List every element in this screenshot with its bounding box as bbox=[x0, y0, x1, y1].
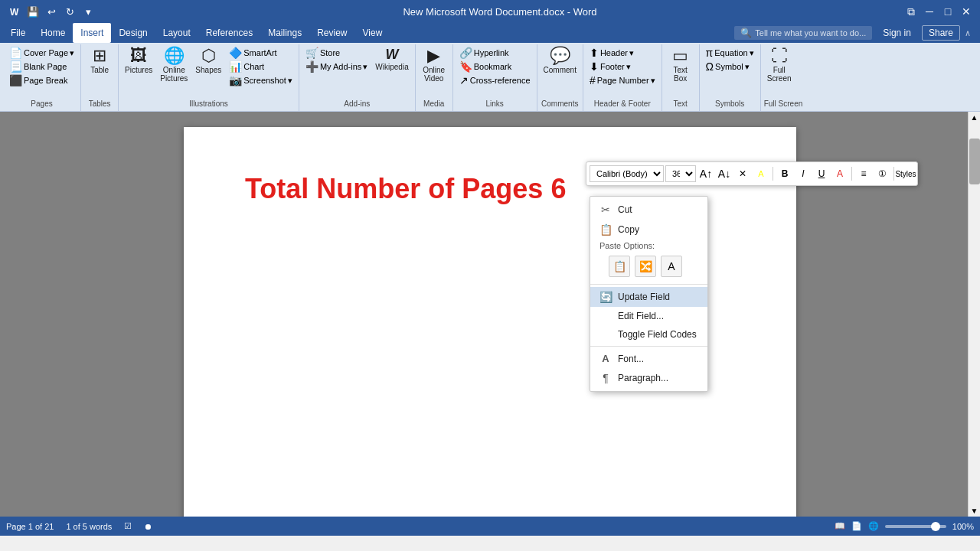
pictures-button[interactable]: 🖼 Pictures bbox=[122, 46, 155, 76]
zoom-thumb[interactable] bbox=[931, 522, 940, 531]
separator bbox=[773, 167, 773, 181]
font-color-button[interactable]: A bbox=[831, 165, 848, 182]
zoom-slider[interactable] bbox=[885, 525, 946, 528]
ribbon-group-pages: 📄 Cover Page ▾ 📃 Blank Page ⬛ Page Break… bbox=[3, 44, 81, 111]
wikipedia-label: Wikipedia bbox=[375, 63, 408, 71]
ctx-cut[interactable]: ✂ Cut bbox=[590, 200, 707, 220]
addins-group-content: 🛒 Store ➕ My Add-ins ▾ W Wikipedia bbox=[302, 46, 412, 98]
bold-button[interactable]: B bbox=[776, 165, 793, 182]
equation-button[interactable]: π Equation ▾ bbox=[703, 46, 757, 60]
my-addins-label: My Add-ins bbox=[320, 62, 361, 71]
ctx-paragraph[interactable]: ¶ Paragraph... bbox=[590, 368, 707, 388]
proofing-icon[interactable]: ☑ bbox=[124, 521, 132, 531]
my-addins-button[interactable]: ➕ My Add-ins ▾ bbox=[302, 60, 371, 73]
cross-reference-button[interactable]: ↗ Cross-reference bbox=[456, 73, 534, 87]
menu-design[interactable]: Design bbox=[111, 23, 155, 43]
styles-button[interactable]: Styles bbox=[897, 165, 914, 182]
smartart-button[interactable]: 🔷 SmartArt bbox=[226, 46, 296, 60]
wikipedia-button[interactable]: W Wikipedia bbox=[372, 46, 411, 73]
page-break-button[interactable]: ⬛ Page Break bbox=[6, 73, 77, 87]
bullets-button[interactable]: ≡ bbox=[855, 165, 872, 182]
menu-file[interactable]: File bbox=[3, 23, 33, 43]
menu-review[interactable]: Review bbox=[309, 23, 354, 43]
chart-button[interactable]: 📊 Chart bbox=[226, 60, 296, 73]
tables-group-label: Tables bbox=[84, 99, 115, 109]
addins-group-label: Add-ins bbox=[302, 99, 412, 109]
close-button[interactable]: ✕ bbox=[959, 4, 974, 19]
read-mode-button[interactable]: 📖 bbox=[835, 521, 845, 531]
menu-mailings[interactable]: Mailings bbox=[260, 23, 309, 43]
vertical-scrollbar[interactable]: ▲ ▼ bbox=[968, 112, 980, 517]
save-button[interactable]: 💾 bbox=[24, 3, 41, 20]
italic-button[interactable]: I bbox=[795, 165, 812, 182]
share-button[interactable]: Share bbox=[922, 25, 960, 41]
font-size-select[interactable]: 36 bbox=[665, 165, 696, 182]
scroll-up-button[interactable]: ▲ bbox=[969, 112, 980, 123]
quick-access-toolbar: W 💾 ↩ ↻ ▾ bbox=[6, 3, 96, 20]
cover-page-icon: 📄 bbox=[9, 47, 22, 59]
redo-button[interactable]: ↻ bbox=[61, 3, 78, 20]
print-layout-button[interactable]: 📄 bbox=[851, 521, 862, 531]
symbol-button[interactable]: Ω Symbol ▾ bbox=[703, 60, 757, 73]
scroll-down-button[interactable]: ▼ bbox=[969, 505, 980, 517]
underline-button[interactable]: U bbox=[813, 165, 830, 182]
paste-merge-button[interactable]: 🔀 bbox=[635, 256, 656, 277]
screenshot-button[interactable]: 📷 Screenshot ▾ bbox=[226, 73, 296, 87]
bookmark-button[interactable]: 🔖 Bookmark bbox=[456, 60, 534, 73]
web-layout-button[interactable]: 🌐 bbox=[868, 521, 879, 531]
hyperlink-icon: 🔗 bbox=[459, 47, 472, 59]
restore-down-button[interactable]: ⧉ bbox=[903, 4, 919, 19]
hyperlink-button[interactable]: 🔗 Hyperlink bbox=[456, 46, 534, 60]
font-family-select[interactable]: Calibri (Body) bbox=[590, 165, 664, 182]
blank-page-button[interactable]: 📃 Blank Page bbox=[6, 60, 77, 73]
menu-home[interactable]: Home bbox=[33, 23, 73, 43]
numbering-button[interactable]: ① bbox=[874, 165, 890, 182]
macros-icon[interactable]: ⏺ bbox=[144, 522, 152, 531]
decrease-font-button[interactable]: A↓ bbox=[716, 165, 733, 182]
highlight-button[interactable]: A bbox=[753, 165, 769, 182]
page-number-button[interactable]: # Page Number ▾ bbox=[586, 73, 658, 87]
ctx-toggle-field[interactable]: Toggle Field Codes bbox=[590, 325, 707, 344]
shapes-button[interactable]: ⬡ Shapes bbox=[192, 46, 224, 76]
menu-references[interactable]: References bbox=[198, 23, 260, 43]
pictures-label: Pictures bbox=[125, 66, 152, 74]
ctx-separator1 bbox=[590, 284, 707, 285]
header-button[interactable]: ⬆ Header ▾ bbox=[586, 46, 658, 60]
online-video-button[interactable]: ▶ OnlineVideo bbox=[419, 46, 449, 84]
ctx-edit-field[interactable]: Edit Field... bbox=[590, 307, 707, 325]
window-title: New Microsoft Word Document.docx - Word bbox=[96, 6, 903, 18]
maximize-button[interactable]: □ bbox=[940, 4, 956, 19]
ctx-font[interactable]: A Font... bbox=[590, 349, 707, 368]
full-screen-button[interactable]: ⛶ FullScreen bbox=[764, 46, 795, 84]
page-break-label: Page Break bbox=[24, 76, 67, 85]
increase-font-button[interactable]: A↑ bbox=[697, 165, 714, 182]
fullscreen-label: FullScreen bbox=[767, 66, 792, 83]
paste-keep-source-button[interactable]: 📋 bbox=[609, 256, 630, 277]
table-button[interactable]: ⊞ Table bbox=[84, 46, 115, 76]
signin-button[interactable]: Sign in bbox=[877, 26, 917, 40]
svg-text:W: W bbox=[10, 7, 19, 18]
ctx-copy[interactable]: 📋 Copy bbox=[590, 220, 707, 240]
undo-button[interactable]: ↩ bbox=[43, 3, 60, 20]
ctx-paragraph-label: Paragraph... bbox=[618, 373, 668, 383]
comments-group-content: 💬 Comment bbox=[541, 46, 580, 98]
search-bar[interactable]: 🔍 Tell me what you want to do... bbox=[734, 26, 872, 40]
ctx-update-field[interactable]: 🔄 Update Field bbox=[590, 287, 707, 307]
customize-qa-button[interactable]: ▾ bbox=[80, 3, 96, 20]
comment-button[interactable]: 💬 Comment bbox=[541, 46, 580, 76]
footer-button[interactable]: ⬇ Footer ▾ bbox=[586, 60, 658, 73]
menu-insert[interactable]: Insert bbox=[73, 23, 111, 43]
clear-format-button[interactable]: ✕ bbox=[734, 165, 751, 182]
menu-layout[interactable]: Layout bbox=[155, 23, 198, 43]
smartart-chart-screenshot: 🔷 SmartArt 📊 Chart 📷 Screenshot ▾ bbox=[226, 46, 296, 87]
ribbon: 📄 Cover Page ▾ 📃 Blank Page ⬛ Page Break… bbox=[0, 43, 980, 112]
minimize-button[interactable]: ─ bbox=[922, 4, 937, 19]
scroll-thumb[interactable] bbox=[969, 139, 980, 184]
paste-text-only-button[interactable]: A bbox=[661, 256, 682, 277]
menu-view[interactable]: View bbox=[355, 23, 390, 43]
store-button[interactable]: 🛒 Store bbox=[302, 46, 371, 60]
ribbon-collapse-button[interactable]: ∧ bbox=[965, 28, 971, 38]
online-pictures-button[interactable]: 🌐 OnlinePictures bbox=[157, 46, 191, 84]
text-box-button[interactable]: ▭ TextBox bbox=[665, 46, 696, 84]
cover-page-button[interactable]: 📄 Cover Page ▾ bbox=[6, 46, 77, 60]
